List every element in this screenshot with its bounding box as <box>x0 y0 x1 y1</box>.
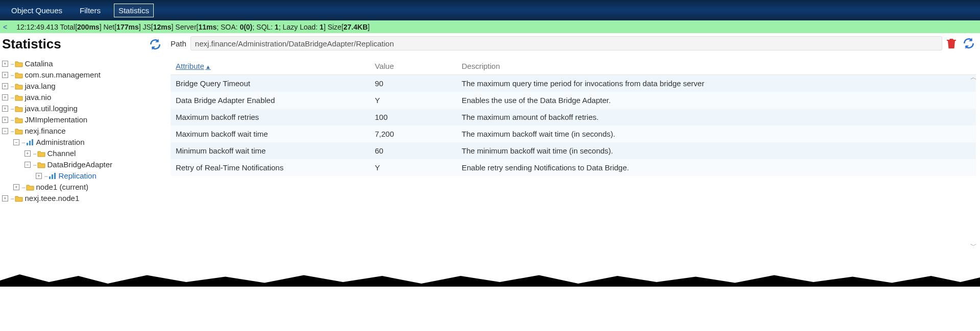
folder-icon <box>15 71 23 79</box>
tree-node-jmimplementation[interactable]: +··· JMImplementation <box>2 114 164 125</box>
scroll-up-icon[interactable]: ︿ <box>970 73 977 82</box>
table-row[interactable]: Minimum backoff wait time60The minimum b… <box>171 142 976 159</box>
collapse-icon[interactable]: − <box>25 162 31 168</box>
tree-node-java-nio[interactable]: +··· java.nio <box>2 92 164 103</box>
sort-asc-icon: ▲ <box>205 64 211 70</box>
attributes-table: Attribute▲ Value Description Bridge Quer… <box>171 58 976 176</box>
perf-text: 12:12:49.413 Total[200ms] Net[177ms] JS[… <box>16 23 370 31</box>
perf-back-arrow[interactable]: < <box>3 23 7 31</box>
collapse-icon[interactable]: − <box>13 139 19 145</box>
folder-icon <box>37 150 45 157</box>
expand-icon[interactable]: + <box>13 184 19 190</box>
torn-edge <box>0 271 980 287</box>
expand-icon[interactable]: + <box>2 117 8 123</box>
tree-node-nexj-teee[interactable]: +··· nexj.teee.node1 <box>2 193 164 204</box>
table-row[interactable]: Retry of Real-Time NotificationsYEnable … <box>171 159 976 176</box>
tree-node-java-lang[interactable]: +··· java.lang <box>2 81 164 92</box>
sidebar: Statistics + ··· Catalina +··· com.sun.m… <box>0 33 169 208</box>
tree-node-nexj-finance[interactable]: −··· nexj.finance <box>2 125 164 137</box>
svg-rect-5 <box>54 173 56 179</box>
svg-rect-2 <box>32 139 33 145</box>
refresh-icon[interactable] <box>962 36 976 50</box>
expand-icon[interactable]: + <box>25 150 31 157</box>
top-tab-bar: Object Queues Filters Statistics <box>0 0 980 20</box>
tree-node-com-sun[interactable]: +··· com.sun.management <box>2 69 164 81</box>
expand-icon[interactable]: + <box>36 173 42 179</box>
tree-node-replication[interactable]: +··· Replication <box>2 170 164 182</box>
performance-bar: < 12:12:49.413 Total[200ms] Net[177ms] J… <box>0 20 980 33</box>
folder-icon <box>15 116 23 123</box>
folder-icon <box>15 128 23 135</box>
folder-icon <box>15 195 23 202</box>
svg-rect-4 <box>52 174 53 179</box>
tree-node-java-util-logging[interactable]: +··· java.util.logging <box>2 103 164 114</box>
folder-icon <box>15 105 23 112</box>
path-field[interactable]: nexj.finance/Administration/DataBridgeAd… <box>190 36 942 50</box>
svg-rect-3 <box>49 176 51 179</box>
svg-rect-1 <box>29 141 31 145</box>
folder-icon <box>15 94 23 101</box>
refresh-icon[interactable] <box>148 37 162 52</box>
expand-icon[interactable]: + <box>2 72 8 78</box>
expand-icon[interactable]: + <box>2 106 8 112</box>
col-header-description[interactable]: Description <box>457 58 976 75</box>
tree-node-catalina[interactable]: + ··· Catalina <box>2 58 164 69</box>
table-row[interactable]: Data Bridge Adapter EnabledYEnables the … <box>171 92 976 109</box>
tree-node-administration[interactable]: −··· Administration <box>2 137 164 148</box>
col-header-value[interactable]: Value <box>370 58 457 75</box>
svg-rect-6 <box>947 40 956 41</box>
tree: + ··· Catalina +··· com.sun.management +… <box>2 58 164 204</box>
scroll-down-icon[interactable]: ﹀ <box>970 241 977 250</box>
folder-icon <box>15 83 23 90</box>
svg-rect-0 <box>27 143 28 145</box>
table-row[interactable]: Bridge Query Timeout90The maximum query … <box>171 75 976 92</box>
tab-statistics[interactable]: Statistics <box>114 4 154 17</box>
collapse-icon[interactable]: − <box>2 128 8 134</box>
chart-icon <box>26 139 34 146</box>
trash-icon[interactable] <box>946 38 958 49</box>
table-row[interactable]: Maximum backoff wait time7,200The maximu… <box>171 125 976 142</box>
path-label: Path <box>171 39 186 48</box>
expand-icon[interactable]: + <box>2 195 8 201</box>
folder-icon <box>15 60 23 67</box>
col-header-attribute[interactable]: Attribute▲ <box>171 58 370 75</box>
tab-filters[interactable]: Filters <box>76 4 105 17</box>
chart-icon <box>49 172 57 180</box>
table-row[interactable]: Maximum backoff retries100The maximum am… <box>171 109 976 125</box>
expand-icon[interactable]: + <box>2 83 8 89</box>
expand-icon[interactable]: + <box>2 61 8 67</box>
folder-icon <box>37 161 45 168</box>
folder-icon <box>26 184 34 191</box>
content-pane: Path nexj.finance/Administration/DataBri… <box>169 33 980 176</box>
sidebar-title: Statistics <box>2 36 61 52</box>
tree-node-channel[interactable]: +··· Channel <box>2 148 164 159</box>
tree-node-databridgeadapter[interactable]: −··· DataBridgeAdapter <box>2 159 164 170</box>
tab-object-queues[interactable]: Object Queues <box>7 4 66 17</box>
expand-icon[interactable]: + <box>2 94 8 100</box>
tree-node-node1[interactable]: +··· node1 (current) <box>2 182 164 193</box>
